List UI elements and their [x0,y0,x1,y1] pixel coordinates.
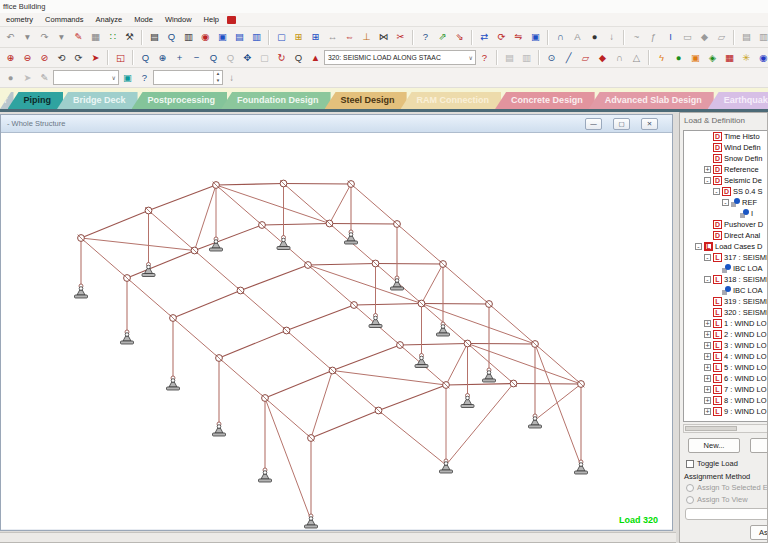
screenshot-icon[interactable]: ◉ [197,29,214,45]
dimension-horizontal-icon[interactable]: ↔ [324,29,341,45]
value-input[interactable]: ▲▼ [153,70,223,85]
new-view-window-icon[interactable]: ▢ [273,29,290,45]
zoom-in-icon[interactable]: + [171,50,188,66]
function-icon[interactable]: ƒ [645,29,662,45]
expand-icon[interactable]: + [704,166,711,173]
help-icon[interactable]: ? [136,70,153,86]
pan-icon[interactable]: ✥ [239,50,256,66]
label-settings-icon[interactable]: ▤ [501,50,518,66]
collapse-icon[interactable]: - [704,177,711,184]
tree-item[interactable]: -L317 : SEISMI [684,252,768,263]
print-preview-icon[interactable]: Q [163,29,180,45]
expand-icon[interactable]: + [704,353,711,360]
curve-tool-icon[interactable]: ∩ [611,50,628,66]
copy-picture-icon[interactable]: ▣ [214,29,231,45]
load-combo-disabled[interactable] [685,508,768,520]
tab-steel-design[interactable]: Steel Design [325,92,407,109]
help-pointer-icon[interactable]: ? [417,29,434,45]
tab-concrete-design[interactable]: Concrete Design [495,92,595,109]
radio-dot[interactable] [686,484,694,492]
ibeam-section-icon[interactable]: I [662,29,679,45]
export-view-icon[interactable]: ▥ [180,29,197,45]
run-analysis-icon[interactable]: ϟ [653,50,670,66]
expand-icon[interactable]: + [704,320,711,327]
cursor-icon[interactable]: ➤ [19,70,36,86]
insert-node-icon[interactable]: ⊞ [290,29,307,45]
radio-dot[interactable] [686,496,694,504]
expand-icon[interactable]: + [704,342,711,349]
send-down-icon[interactable]: ↓ [223,70,240,86]
move-entity-icon[interactable]: ▣ [527,29,544,45]
render-solid-icon[interactable]: ▱ [713,29,730,45]
calculator-icon[interactable]: ▦ [87,29,104,45]
expand-icon[interactable]: + [704,331,711,338]
menu-commands[interactable]: Commands [39,13,89,26]
draw-plate-icon[interactable]: ▱ [577,50,594,66]
break-beam-icon[interactable]: ✂ [392,29,409,45]
tree-item[interactable]: +L6 : WIND LO [684,373,768,384]
node-tool-icon[interactable]: ⊥ [358,29,375,45]
tree-item[interactable]: IBC LOA [684,285,768,296]
design-parameters-icon[interactable]: ▣ [687,50,704,66]
menu-analyze[interactable]: Analyze [89,13,128,26]
print-report-icon[interactable]: ▤ [231,29,248,45]
structure-view-canvas[interactable]: Load 320 [1,133,672,529]
redo-dropdown-icon[interactable]: ▾ [53,29,70,45]
minimize-button[interactable]: — [585,118,602,130]
menu-help[interactable]: Help [198,13,225,26]
checkbox-box[interactable] [686,460,694,468]
render-plate-icon[interactable]: ◆ [696,29,713,45]
expand-icon[interactable]: + [704,364,711,371]
menu-red-icon[interactable] [227,16,236,24]
assign-selected-radio[interactable]: Assign To Selected E [686,483,768,492]
tree-item[interactable]: L320 : SEISMI [684,307,768,318]
expand-icon[interactable]: + [704,408,711,415]
collapse-icon[interactable]: - [704,254,711,261]
tree-item[interactable]: IBC LOA [684,263,768,274]
tab-earthquake[interactable]: Earthquake [708,92,768,109]
active-load-select[interactable]: 320: SEISMIC LOAD ALONG STAAC∨ [324,50,476,65]
tab-ram-connection[interactable]: RAM Connection [401,92,502,109]
render-beam-icon[interactable]: ▭ [679,29,696,45]
zoom-window-icon[interactable]: Q [137,50,154,66]
tree-item[interactable]: +L1 : WIND LO [684,318,768,329]
arc-tool-icon[interactable]: ∩ [552,29,569,45]
rotate-y-icon[interactable]: ⊖ [19,50,36,66]
scrollbar-thumb[interactable] [685,426,737,431]
tab-bridge-deck[interactable]: Bridge Deck [57,92,138,109]
open-view-icon[interactable]: ▥ [755,29,768,45]
mirror-icon[interactable]: ⇋ [510,29,527,45]
tab-foundation-design[interactable]: Foundation Design [221,92,331,109]
draw-beam-icon[interactable]: ╱ [560,50,577,66]
draw-node-icon[interactable]: ⊙ [543,50,560,66]
spinner-arrows[interactable]: ▲▼ [213,71,222,84]
tree-item[interactable]: L319 : SEISMI [684,296,768,307]
report-setup-icon[interactable]: ▥ [248,29,265,45]
postprocess-icon[interactable]: ● [670,50,687,66]
new-button[interactable]: New... [688,438,740,453]
tab-postprocessing[interactable]: Postprocessing [132,92,228,109]
node-ellipse-icon[interactable]: ● [586,29,603,45]
draw-solid-icon[interactable]: ◆ [594,50,611,66]
tree-item[interactable]: -DSeismic De [684,175,768,186]
menu-mode[interactable]: Mode [128,13,159,26]
tree-item[interactable]: +L3 : WIND LO [684,340,768,351]
zoom-disabled-icon[interactable]: Q [222,50,239,66]
tree-item[interactable]: +L4 : WIND LO [684,351,768,362]
view-window-titlebar[interactable]: - Whole Structure — ▢ ✕ [1,115,672,133]
assign-view-radio[interactable]: Assign To View [686,495,748,504]
chart-down-icon[interactable]: ⇘ [451,29,468,45]
tree-item[interactable]: -LLoad Cases D [684,241,768,252]
zoom-extents-icon[interactable]: ⊕ [154,50,171,66]
chart-up-icon[interactable]: ⇗ [434,29,451,45]
redo-icon[interactable]: ↷ [36,29,53,45]
expand-icon[interactable]: + [704,386,711,393]
assign-button[interactable]: Assign [750,525,768,540]
collapse-icon[interactable]: - [704,276,711,283]
undo-dropdown-icon[interactable]: ▾ [19,29,36,45]
undo-icon[interactable]: ↶ [2,29,19,45]
spin-left-icon[interactable]: ⟲ [53,50,70,66]
tree-item[interactable]: -REF [684,197,768,208]
collapse-icon[interactable]: - [722,199,729,206]
rotate-z-icon[interactable]: ⊘ [36,50,53,66]
